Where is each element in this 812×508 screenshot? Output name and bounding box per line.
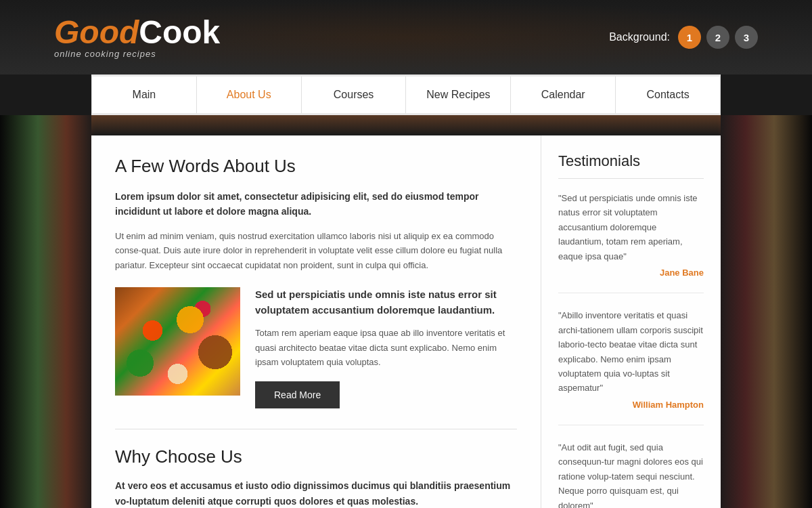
- testimonial-1-author: William Hampton: [558, 400, 704, 410]
- logo: GoodCook online cooking recipes: [54, 16, 220, 59]
- bg-label: Background:: [609, 31, 670, 43]
- testimonial-2: "Aut odit aut fugit, sed quia consequun-…: [558, 440, 704, 508]
- bg-btn-1[interactable]: 1: [678, 26, 701, 49]
- why-section-title: Why Choose Us: [115, 446, 517, 467]
- content-row: Sed ut perspiciatis unde omnis iste natu…: [115, 287, 517, 408]
- testimonial-0-text: "Sed ut perspiciatis unde omnis iste nat…: [558, 191, 704, 263]
- nav-item-contacts[interactable]: Contacts: [616, 77, 721, 113]
- section-divider: [115, 429, 517, 429]
- intro-normal: Ut enim ad minim veniam, quis nostrud ex…: [115, 229, 517, 272]
- nav-item-about[interactable]: About Us: [197, 77, 302, 113]
- logo-sub: online cooking recipes: [54, 49, 220, 59]
- nav-item-main[interactable]: Main: [91, 77, 197, 113]
- header: GoodCook online cooking recipes Backgrou…: [0, 0, 812, 75]
- intro-bold: Lorem ipsum dolor sit amet, consectetur …: [115, 189, 517, 219]
- side-bg-right: [717, 115, 812, 508]
- read-more-button[interactable]: Read More: [255, 381, 340, 408]
- testimonial-1: "Abillo inventore veritatis et quasi arc…: [558, 308, 704, 425]
- about-section-title: A Few Words About Us: [115, 156, 517, 177]
- logo-good: Good: [54, 14, 139, 50]
- bg-btn-2[interactable]: 2: [706, 26, 729, 49]
- food-image: [115, 287, 240, 396]
- content-text: Sed ut perspiciatis unde omnis iste natu…: [255, 287, 517, 408]
- bg-btn-3[interactable]: 3: [735, 26, 758, 49]
- side-bg-left: [0, 115, 95, 508]
- nav: Main About Us Courses New Recipes Calend…: [91, 75, 721, 115]
- logo-cook: Cook: [139, 14, 220, 50]
- card-body: Totam rem aperiam eaque ipsa quae ab ill…: [255, 326, 517, 369]
- testimonial-1-text: "Abillo inventore veritatis et quasi arc…: [558, 308, 704, 396]
- why-bold: At vero eos et accusamus et iusto odio d…: [115, 478, 517, 508]
- nav-item-new-recipes[interactable]: New Recipes: [406, 77, 511, 113]
- nav-item-calendar[interactable]: Calendar: [511, 77, 616, 113]
- hero-strip: [91, 115, 721, 135]
- content-area: A Few Words About Us Lorem ipsum dolor s…: [91, 135, 541, 508]
- nav-item-courses[interactable]: Courses: [302, 77, 407, 113]
- testimonial-0-author: Jane Bane: [558, 268, 704, 278]
- card-title: Sed ut perspiciatis unde omnis iste natu…: [255, 287, 517, 318]
- bg-controls: Background: 1 2 3: [609, 26, 758, 49]
- testimonial-0: "Sed ut perspiciatis unde omnis iste nat…: [558, 191, 704, 293]
- testimonial-2-text: "Aut odit aut fugit, sed quia consequun-…: [558, 440, 704, 508]
- sidebar: Testimonials "Sed ut perspiciatis unde o…: [541, 135, 721, 508]
- main-wrapper: A Few Words About Us Lorem ipsum dolor s…: [91, 135, 721, 508]
- sidebar-title: Testimonials: [558, 152, 704, 179]
